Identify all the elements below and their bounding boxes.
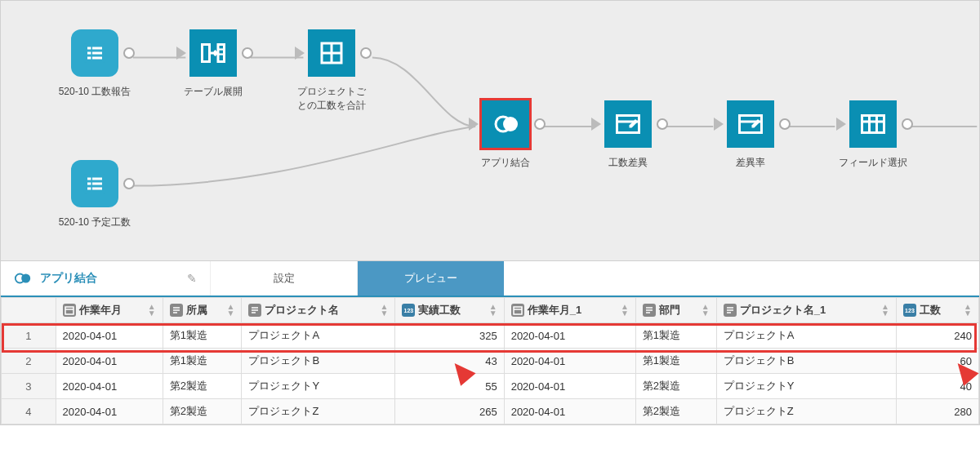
node-app-join[interactable]: アプリ結合 bbox=[457, 100, 555, 170]
column-header-work_month_1[interactable]: 作業年月_1▲▼ bbox=[504, 298, 635, 323]
cell-hours: 40 bbox=[896, 374, 978, 399]
cell-project: プロジェクトB bbox=[242, 349, 395, 374]
table-row[interactable]: 42020-04-01第2製造プロジェクトZ2652020-04-01第2製造プ… bbox=[2, 399, 979, 424]
row-number: 1 bbox=[2, 323, 56, 349]
num-column-icon: 123 bbox=[402, 304, 415, 317]
column-header-actual_hours[interactable]: 123実績工数▲▼ bbox=[395, 298, 504, 323]
tab-settings[interactable]: 設定 bbox=[210, 261, 357, 295]
svg-rect-9 bbox=[92, 178, 102, 180]
cell-actual_hours: 265 bbox=[395, 399, 504, 424]
cell-work_month: 2020-04-01 bbox=[56, 349, 163, 374]
sort-icon[interactable]: ▲▼ bbox=[964, 304, 972, 317]
column-header-project_1[interactable]: プロジェクト名_1▲▼ bbox=[716, 298, 896, 323]
grid-icon bbox=[317, 38, 346, 68]
cell-hours: 60 bbox=[896, 349, 978, 374]
node-label: 差異率 bbox=[736, 156, 765, 170]
node-label: フィールド選択 bbox=[839, 156, 907, 170]
date-column-icon bbox=[511, 304, 524, 317]
node-label: 520-10 予定工数 bbox=[59, 216, 131, 229]
svg-rect-41 bbox=[514, 307, 522, 314]
cell-project_1: プロジェクトZ bbox=[716, 399, 896, 424]
svg-rect-33 bbox=[65, 307, 74, 314]
cell-work_month: 2020-04-01 bbox=[56, 374, 163, 399]
cell-division: 第1製造 bbox=[635, 323, 716, 349]
output-port[interactable] bbox=[242, 47, 253, 59]
svg-rect-1 bbox=[87, 47, 91, 50]
cell-division: 第2製造 bbox=[635, 374, 716, 399]
input-port[interactable] bbox=[469, 118, 479, 131]
output-port[interactable] bbox=[360, 47, 372, 59]
input-port[interactable] bbox=[591, 118, 601, 131]
input-port[interactable] bbox=[176, 47, 186, 60]
cell-division: 第2製造 bbox=[635, 399, 716, 424]
cell-project_1: プロジェクトY bbox=[716, 374, 896, 399]
row-number: 2 bbox=[2, 349, 56, 374]
column-header-dept[interactable]: 所属▲▼ bbox=[163, 298, 242, 323]
input-port[interactable] bbox=[714, 118, 724, 131]
svg-rect-15 bbox=[218, 45, 225, 62]
input-port[interactable] bbox=[295, 47, 305, 60]
svg-rect-25 bbox=[740, 116, 762, 133]
date-column-icon bbox=[63, 304, 76, 317]
cell-project: プロジェクトA bbox=[242, 323, 395, 349]
cell-hours: 280 bbox=[896, 399, 978, 424]
cell-division: 第1製造 bbox=[635, 349, 716, 374]
output-port[interactable] bbox=[779, 118, 791, 130]
column-label: プロジェクト名 bbox=[265, 303, 339, 318]
svg-rect-23 bbox=[617, 116, 639, 133]
list-icon bbox=[80, 169, 109, 198]
cell-actual_hours: 43 bbox=[395, 349, 504, 374]
text-column-icon bbox=[170, 304, 183, 317]
output-port[interactable] bbox=[902, 118, 913, 130]
sort-icon[interactable]: ▲▼ bbox=[148, 304, 156, 317]
table-row[interactable]: 12020-04-01第1製造プロジェクトA3252020-04-01第1製造プ… bbox=[2, 323, 979, 349]
output-port[interactable] bbox=[123, 178, 135, 189]
tab-preview[interactable]: プレビュー bbox=[357, 261, 504, 295]
table-row[interactable]: 22020-04-01第1製造プロジェクトB432020-04-01第1製造プロ… bbox=[2, 349, 979, 374]
table-row[interactable]: 32020-04-01第2製造プロジェクトY552020-04-01第2製造プロ… bbox=[2, 374, 979, 399]
column-header-work_month[interactable]: 作業年月▲▼ bbox=[56, 298, 163, 323]
node-label: プロジェクトご との工数を合計 bbox=[297, 85, 366, 113]
column-header-hours[interactable]: 123工数▲▼ bbox=[896, 298, 978, 323]
column-header-project[interactable]: プロジェクト名▲▼ bbox=[242, 298, 395, 323]
svg-rect-8 bbox=[87, 178, 91, 180]
row-number: 3 bbox=[2, 374, 56, 399]
node-diff-rate[interactable]: 差異率 bbox=[702, 100, 800, 170]
column-label: プロジェクト名_1 bbox=[740, 303, 826, 318]
sort-icon[interactable]: ▲▼ bbox=[881, 304, 889, 317]
panel-header: アプリ結合 ✎ 設定 プレビュー bbox=[1, 261, 979, 297]
svg-rect-27 bbox=[862, 116, 884, 133]
flow-canvas[interactable]: 520-10 工数報告 520-10 予定工数 テーブル展開 プロジェクトご と… bbox=[0, 0, 980, 261]
node-source-report[interactable]: 520-10 工数報告 bbox=[46, 29, 144, 99]
cell-project_1: プロジェクトA bbox=[716, 323, 896, 349]
cell-dept: 第2製造 bbox=[163, 374, 242, 399]
columns-icon bbox=[858, 109, 888, 139]
detail-panel: アプリ結合 ✎ 設定 プレビュー 作業年月▲▼所属▲▼プロジェクト名▲▼123実… bbox=[0, 261, 980, 425]
node-source-planned[interactable]: 520-10 予定工数 bbox=[46, 160, 144, 229]
text-column-icon bbox=[643, 304, 656, 317]
edit-table-icon bbox=[613, 109, 643, 139]
column-header-division[interactable]: 部門▲▼ bbox=[635, 298, 716, 323]
sort-icon[interactable]: ▲▼ bbox=[226, 304, 234, 317]
edit-table-icon bbox=[736, 109, 765, 139]
cell-work_month_1: 2020-04-01 bbox=[504, 374, 635, 399]
edit-icon[interactable]: ✎ bbox=[187, 272, 197, 285]
output-port[interactable] bbox=[534, 118, 546, 130]
svg-rect-4 bbox=[92, 52, 102, 55]
sort-icon[interactable]: ▲▼ bbox=[381, 304, 389, 317]
column-label: 実績工数 bbox=[418, 303, 461, 318]
input-port[interactable] bbox=[836, 118, 846, 131]
node-hours-diff[interactable]: 工数差異 bbox=[579, 100, 677, 170]
sort-icon[interactable]: ▲▼ bbox=[621, 304, 629, 317]
svg-point-22 bbox=[503, 117, 518, 131]
output-port[interactable] bbox=[123, 47, 135, 59]
column-label: 所属 bbox=[186, 303, 207, 318]
output-port[interactable] bbox=[657, 118, 668, 130]
node-table-expand[interactable]: テーブル展開 bbox=[164, 29, 262, 99]
sort-icon[interactable]: ▲▼ bbox=[489, 304, 497, 317]
text-column-icon bbox=[248, 304, 261, 317]
node-aggregate[interactable]: プロジェクトご との工数を合計 bbox=[283, 29, 381, 113]
node-field-select[interactable]: フィールド選択 bbox=[824, 100, 922, 170]
sort-icon[interactable]: ▲▼ bbox=[702, 304, 710, 317]
cell-work_month: 2020-04-01 bbox=[56, 323, 163, 349]
